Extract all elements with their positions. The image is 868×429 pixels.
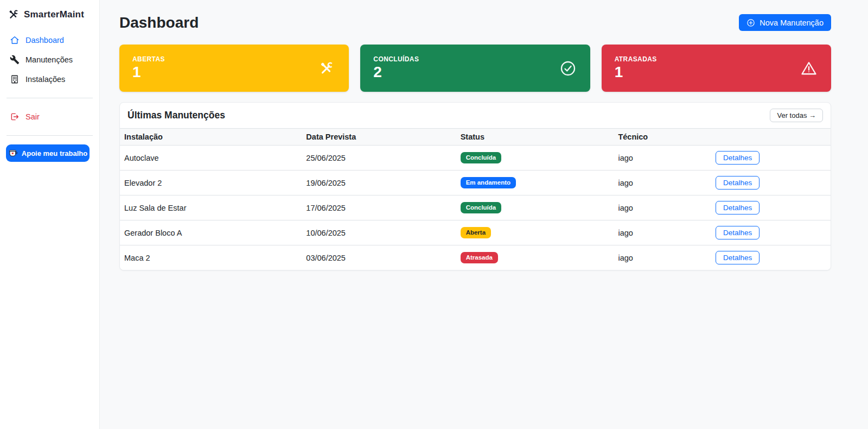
house-icon [10, 35, 20, 45]
column-header: Técnico [614, 129, 711, 145]
cell-instalacao: Elevador 2 [120, 172, 302, 194]
stat-label: CONCLUÍDAS [373, 55, 577, 63]
column-header: Instalação [120, 129, 302, 145]
building-icon [10, 74, 20, 84]
table-row: Elevador 2 19/06/2025 Em andamento iago … [120, 171, 831, 195]
stat-value: 1 [615, 64, 818, 81]
page-title: Dashboard [119, 14, 199, 31]
stat-card: CONCLUÍDAS 2 [360, 45, 590, 92]
cell-status: Em andamento [456, 172, 614, 194]
status-badge: Concluída [461, 202, 502, 213]
cell-tecnico: iago [614, 147, 711, 169]
cell-status: Concluída [456, 147, 614, 169]
table-card-header: Últimas Manutenções Ver todas → [120, 103, 831, 128]
sidebar-item-manutencoes[interactable]: Manutenções [5, 50, 94, 70]
main-header: Dashboard Nova Manutenção [119, 14, 831, 31]
table-header-row: Instalação Data Prevista Status Técnico [120, 128, 831, 146]
details-button[interactable]: Detalhes [716, 176, 760, 190]
sidebar-item-instalacoes[interactable]: Instalações [5, 70, 94, 89]
column-header: Status [456, 129, 614, 145]
cell-instalacao: Gerador Bloco A [120, 222, 302, 244]
details-button[interactable]: Detalhes [716, 151, 760, 165]
cell-data-prevista: 25/06/2025 [302, 147, 456, 169]
status-badge: Atrasada [461, 252, 498, 263]
sidebar-item-sair[interactable]: Sair [5, 107, 94, 127]
main-content: Dashboard Nova Manutenção ABERTAS 1 CONC… [100, 0, 868, 429]
cell-actions: Detalhes [711, 171, 831, 195]
table-row: Gerador Bloco A 10/06/2025 Aberta iago D… [120, 220, 831, 245]
cell-tecnico: iago [614, 222, 711, 244]
divider [7, 135, 93, 136]
column-header: Data Prevista [302, 129, 456, 145]
sidebar-item-label: Dashboard [25, 36, 64, 45]
new-maintenance-label: Nova Manutenção [760, 18, 824, 27]
brand: SmarterMaint [5, 8, 94, 30]
table-row: Maca 2 03/06/2025 Atrasada iago Detalhes [120, 245, 831, 270]
stat-label: ATRASADAS [615, 55, 818, 63]
cell-instalacao: Autoclave [120, 147, 302, 169]
details-button[interactable]: Detalhes [716, 226, 760, 239]
brand-name: SmarterMaint [24, 9, 84, 20]
coffee-cup-heart-icon [8, 148, 18, 158]
screwdriver-wrench-icon [318, 60, 335, 77]
cell-instalacao: Maca 2 [120, 247, 302, 269]
cell-tecnico: iago [614, 172, 711, 194]
table-row: Luz Sala de Estar 17/06/2025 Concluída i… [120, 195, 831, 220]
table-title: Últimas Manutenções [127, 110, 225, 121]
status-badge: Concluída [461, 152, 502, 163]
sidebar-item-dashboard[interactable]: Dashboard [5, 30, 94, 50]
warning-triangle-icon [801, 60, 817, 77]
support-button[interactable]: Apoie meu trabalho [6, 144, 90, 162]
cell-actions: Detalhes [711, 146, 831, 170]
maintenance-table: Instalação Data Prevista Status Técnico … [120, 128, 831, 270]
cell-data-prevista: 10/06/2025 [302, 222, 456, 244]
cell-data-prevista: 19/06/2025 [302, 172, 456, 194]
cell-tecnico: iago [614, 197, 711, 219]
wrench-icon [10, 55, 20, 65]
cell-data-prevista: 17/06/2025 [302, 197, 456, 219]
cell-status: Concluída [456, 197, 614, 219]
cell-actions: Detalhes [711, 245, 831, 270]
details-button[interactable]: Detalhes [716, 201, 760, 214]
new-maintenance-button[interactable]: Nova Manutenção [739, 14, 831, 31]
sidebar-item-label: Instalações [25, 75, 65, 84]
stat-card: ATRASADAS 1 [602, 45, 831, 92]
stat-cards: ABERTAS 1 CONCLUÍDAS 2 ATRASADAS 1 [119, 45, 831, 92]
sidebar-item-label: Sair [25, 112, 40, 121]
sidebar: SmarterMaint Dashboard Manutenções [0, 0, 100, 429]
cell-instalacao: Luz Sala de Estar [120, 197, 302, 219]
stat-value: 1 [132, 64, 336, 81]
support-button-label: Apoie meu trabalho [22, 149, 87, 157]
sidebar-item-label: Manutenções [25, 55, 73, 64]
table-body: Autoclave 25/06/2025 Concluída iago Deta… [120, 146, 831, 270]
screwdriver-wrench-icon [8, 9, 20, 21]
latest-maintenance-card: Últimas Manutenções Ver todas → Instalaç… [119, 102, 831, 270]
plus-circle-icon [746, 18, 755, 27]
cell-data-prevista: 03/06/2025 [302, 247, 456, 269]
logout-icon [10, 112, 20, 122]
status-badge: Aberta [461, 227, 491, 238]
check-circle-icon [560, 60, 576, 77]
view-all-button[interactable]: Ver todas → [770, 109, 823, 122]
cell-tecnico: iago [614, 247, 711, 269]
status-badge: Em andamento [461, 177, 516, 188]
stat-value: 2 [373, 64, 577, 81]
details-button[interactable]: Detalhes [716, 251, 760, 264]
cell-actions: Detalhes [711, 220, 831, 245]
divider [7, 98, 93, 98]
cell-actions: Detalhes [711, 195, 831, 220]
table-row: Autoclave 25/06/2025 Concluída iago Deta… [120, 146, 831, 171]
column-header-actions [711, 133, 831, 141]
stat-card: ABERTAS 1 [119, 45, 349, 92]
stat-label: ABERTAS [132, 55, 336, 63]
cell-status: Atrasada [456, 247, 614, 269]
cell-status: Aberta [456, 222, 614, 244]
